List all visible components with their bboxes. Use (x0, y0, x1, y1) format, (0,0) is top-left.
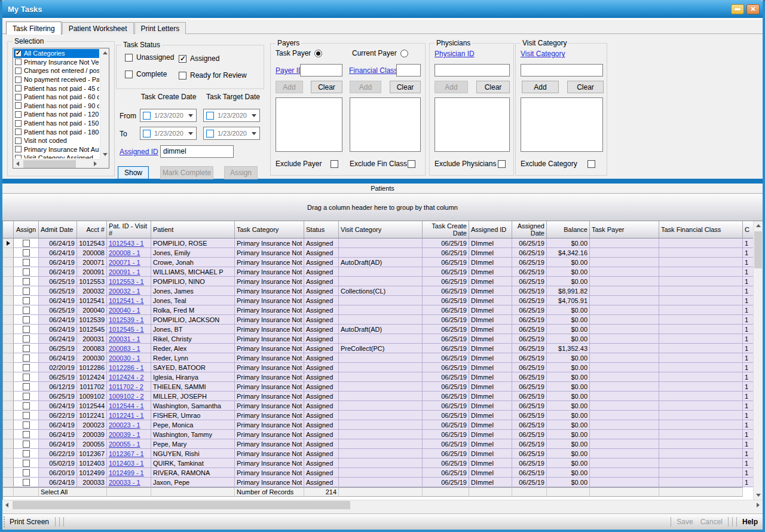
datepicker-checkbox-icon[interactable] (143, 112, 151, 120)
patient-visit-link[interactable]: 1012499 - 1 (109, 469, 144, 476)
visit-category-clear-button[interactable]: Clear (567, 81, 604, 93)
scroll-left-icon[interactable] (13, 160, 22, 169)
assign-checkbox[interactable] (23, 441, 30, 448)
patient-visit-link[interactable]: 1012403 - 1 (109, 460, 144, 467)
patient-visit-link[interactable]: 1012544 - 1 (109, 402, 144, 409)
category-listbox[interactable]: All CategoriesPrimary Insurance Not Veri… (13, 48, 109, 169)
checkbox-unassigned[interactable]: Unassigned (125, 53, 174, 62)
patient-visit-link[interactable]: 1012543 - 1 (109, 240, 144, 247)
assign-checkbox[interactable] (23, 431, 30, 438)
category-item[interactable]: Visit Category Assigned (14, 154, 99, 158)
column-header-status[interactable]: Status (304, 221, 339, 239)
scroll-up-icon[interactable] (100, 48, 109, 57)
column-header-admit-date[interactable]: Admit Date (39, 221, 77, 239)
exclude-payer-checkbox[interactable]: Exclude Payer (276, 160, 338, 168)
column-header-patient[interactable]: Patient (151, 221, 235, 239)
patient-visit-link[interactable]: 200039 - 1 (109, 431, 140, 438)
assigned-id-link[interactable]: Assigned ID (120, 148, 158, 156)
financial-class-link[interactable]: Financial Class (349, 66, 397, 75)
scroll-down-icon[interactable] (754, 491, 763, 500)
assign-checkbox[interactable] (23, 288, 30, 295)
patient-visit-link[interactable]: 200030 - 1 (109, 354, 140, 362)
visit-category-listbox[interactable] (521, 97, 603, 152)
scrollbar-thumb[interactable] (13, 501, 350, 509)
assign-checkbox[interactable] (23, 421, 30, 429)
payer-listbox[interactable] (276, 97, 342, 152)
assign-checkbox[interactable] (23, 479, 30, 486)
assign-checkbox[interactable] (23, 335, 30, 343)
scroll-left-icon[interactable] (2, 501, 11, 510)
patient-visit-link[interactable]: 200008 - 1 (109, 249, 140, 256)
payer-id-input[interactable] (300, 64, 342, 77)
column-header-pat-id-visit-[interactable]: Pat. ID - Visit # (107, 221, 151, 239)
column-header-assigned-date[interactable]: Assigned Date (512, 221, 547, 239)
patient-visit-link[interactable]: 1012286 - 1 (109, 364, 144, 371)
patient-visit-link[interactable]: 1012553 - 1 (109, 278, 144, 285)
select-all-button[interactable]: Select All (39, 487, 107, 497)
checkbox-ready-for-review[interactable]: Ready for Review (179, 71, 247, 80)
category-item[interactable]: Patient has not paid - 150 d (14, 119, 99, 128)
tab-patient-worksheet[interactable]: Patient Worksheet (62, 22, 134, 35)
current-payer-radio[interactable]: Current Payer (352, 49, 408, 57)
scroll-right-icon[interactable] (754, 501, 763, 510)
exclude-fin-class-checkbox[interactable]: Exclude Fin Class (350, 160, 415, 168)
close-button[interactable]: ✕ (746, 4, 760, 14)
assign-checkbox[interactable] (23, 460, 30, 467)
patient-visit-link[interactable]: 200031 - 1 (109, 335, 140, 343)
assign-checkbox[interactable] (23, 469, 30, 476)
assign-checkbox[interactable] (23, 307, 30, 314)
assign-checkbox[interactable] (23, 268, 30, 276)
patient-visit-link[interactable]: 1012367 - 1 (109, 450, 144, 457)
create-from-datepicker[interactable]: 1/23/2020 (140, 109, 197, 122)
chevron-down-icon[interactable] (188, 132, 193, 135)
column-header-visit-category[interactable]: Visit Category (339, 221, 423, 239)
group-by-band[interactable]: Drag a column header here to group by th… (2, 194, 763, 221)
financial-class-input[interactable] (396, 64, 421, 77)
listbox-horizontal-scrollbar[interactable] (13, 159, 100, 168)
patient-visit-link[interactable]: 1012539 - 1 (109, 316, 144, 323)
patient-visit-link[interactable]: 1012241 - 1 (109, 412, 144, 419)
category-item[interactable]: Patient has not paid - 45 da (14, 84, 99, 93)
visit-category-link[interactable]: Visit Category (521, 50, 565, 58)
assign-checkbox[interactable] (23, 450, 30, 457)
physician-add-button[interactable]: Add (434, 81, 468, 93)
datepicker-checkbox-icon[interactable] (206, 112, 214, 120)
target-from-datepicker[interactable]: 1/23/2020 (203, 109, 260, 122)
payer-clear-button[interactable]: Clear (311, 81, 342, 93)
minimize-button[interactable] (731, 4, 744, 14)
tab-print-letters[interactable]: Print Letters (134, 22, 186, 35)
payer-id-link[interactable]: Payer ID (276, 66, 304, 75)
category-item[interactable]: No payment received - Pay (14, 75, 99, 84)
fin-class-clear-button[interactable]: Clear (390, 81, 421, 93)
patient-visit-link[interactable]: 200071 - 1 (109, 259, 140, 266)
physician-clear-button[interactable]: Clear (476, 81, 510, 93)
datepicker-checkbox-icon[interactable] (143, 130, 151, 137)
checkbox-complete[interactable]: Complete (125, 70, 167, 78)
physician-id-link[interactable]: Physician ID (434, 50, 475, 58)
patient-visit-link[interactable]: 200091 - 1 (109, 268, 140, 276)
target-to-datepicker[interactable]: 1/23/2020 (203, 127, 260, 140)
payer-add-button[interactable]: Add (276, 81, 303, 93)
assign-checkbox[interactable] (23, 364, 30, 371)
task-payer-radio[interactable]: Task Payer (276, 49, 322, 57)
assign-checkbox[interactable] (23, 249, 30, 256)
show-button[interactable]: Show (118, 166, 149, 179)
column-header-acct-[interactable]: Acct # (77, 221, 107, 239)
chevron-down-icon[interactable] (252, 132, 256, 135)
category-item[interactable]: All Categories (14, 49, 99, 58)
fin-class-listbox[interactable] (350, 97, 421, 152)
assign-checkbox[interactable] (23, 259, 30, 266)
column-header-c[interactable]: C (743, 221, 753, 239)
scroll-up-icon[interactable] (754, 221, 763, 230)
patient-visit-link[interactable]: 1012424 - 2 (109, 374, 144, 381)
patient-visit-link[interactable]: 200023 - 1 (109, 421, 140, 429)
mark-complete-button[interactable]: Mark Complete (160, 166, 213, 179)
grid-vertical-scrollbar[interactable] (753, 221, 763, 500)
category-item[interactable]: Patient has not paid - 120 d (14, 110, 99, 119)
visit-category-add-button[interactable]: Add (522, 81, 559, 93)
patient-visit-link[interactable]: 1011702 - 2 (109, 383, 143, 390)
column-header-assign[interactable]: Assign (14, 221, 39, 239)
listbox-vertical-scrollbar[interactable] (100, 48, 109, 159)
assign-checkbox[interactable] (23, 374, 30, 381)
category-item[interactable]: Patient has not paid - 90 da (14, 102, 99, 111)
